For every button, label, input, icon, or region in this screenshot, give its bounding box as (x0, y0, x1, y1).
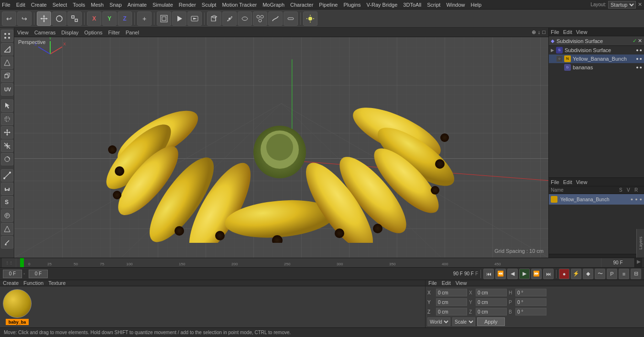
polygons-mode-btn[interactable] (1, 56, 13, 69)
scale-tool-button[interactable] (67, 11, 82, 26)
attr-x-pos-input[interactable] (436, 289, 467, 296)
attr-p-input[interactable] (515, 298, 546, 306)
attr-y-pos-input[interactable] (436, 298, 467, 306)
obj-menu-file[interactable]: File (551, 29, 559, 35)
deformer-button[interactable] (284, 11, 298, 26)
tree-render-icon[interactable]: ● (640, 48, 642, 53)
mat-create-menu[interactable]: Create (3, 280, 19, 286)
menu-mesh[interactable]: Mesh (91, 2, 104, 8)
attr-z2-pos-input[interactable] (476, 308, 507, 315)
timeline-toggle-button[interactable]: ≡ (619, 269, 629, 279)
y-axis-button[interactable]: Y (102, 11, 117, 26)
tree-visibility-icon[interactable]: ● (636, 48, 638, 53)
keyframe-button[interactable]: ◆ (583, 269, 593, 279)
scale-btn[interactable] (1, 140, 13, 152)
menu-motion-tracker[interactable]: Motion Tracker (222, 2, 257, 8)
banana-bunch-rend[interactable]: ● (640, 56, 642, 61)
timeline-scrollright[interactable] (634, 258, 642, 267)
magnet-btn[interactable] (1, 183, 13, 195)
selection-tool-btn[interactable] (1, 99, 13, 112)
attr-file-menu[interactable]: File (428, 280, 437, 286)
world-mode-select[interactable]: World (427, 317, 450, 326)
menu-snap[interactable]: Snap (109, 2, 122, 8)
playback-layout-button[interactable]: ⊟ (631, 269, 641, 279)
menu-vray-bridge[interactable]: V-Ray Bridge (367, 2, 398, 8)
mat-edit-menu[interactable]: Edit (563, 179, 572, 185)
menu-script[interactable]: Script (427, 2, 440, 8)
obj-panel-scrollbar[interactable] (549, 254, 644, 258)
auto-record-button[interactable]: ⚡ (571, 269, 581, 279)
menu-animate[interactable]: Animate (128, 2, 147, 8)
x-axis-button[interactable]: X (87, 11, 101, 26)
move-btn[interactable] (1, 126, 13, 139)
obj-menu-view[interactable]: View (576, 29, 588, 35)
obj-menu-edit[interactable]: Edit (563, 29, 572, 35)
record-button[interactable]: ● (559, 269, 569, 279)
menu-tools[interactable]: Tools (73, 2, 85, 8)
live-selection-btn[interactable] (1, 113, 13, 125)
motion-blur-button[interactable]: 〜 (595, 269, 605, 279)
attr-b-input[interactable] (515, 308, 546, 315)
scale-mode-select[interactable]: Scale (452, 317, 475, 326)
viewport[interactable]: View Cameras Display Options Filter Pane… (14, 28, 548, 258)
goto-start-button[interactable]: ⏮ (483, 269, 494, 279)
start-frame-input[interactable] (29, 270, 48, 278)
tree-item-banana-bunch[interactable]: ○ N Yellow_Banana_Bunch ● ● (549, 54, 644, 63)
mat-file-menu[interactable]: File (551, 179, 559, 185)
menu-help[interactable]: Help (471, 2, 482, 8)
move-tool-button[interactable] (37, 11, 51, 26)
step-back-button[interactable]: ⏪ (495, 269, 506, 279)
timeline-start-marker[interactable] (20, 258, 24, 267)
viewport-icon-3[interactable]: □ (542, 29, 546, 35)
mat-s-icon[interactable]: ● (631, 197, 633, 202)
attr-y2-pos-input[interactable] (476, 298, 507, 306)
paint-btn[interactable]: P (1, 209, 13, 222)
menu-mograph[interactable]: MoGraph (262, 2, 284, 8)
edges-mode-btn[interactable] (1, 43, 13, 55)
attr-h-input[interactable] (515, 289, 546, 296)
play-back-button[interactable]: ◀ (507, 269, 518, 279)
add-object-button[interactable]: + (137, 11, 152, 26)
redo-button[interactable]: ↪ (17, 11, 32, 26)
rotate-tool-button[interactable] (52, 11, 66, 26)
cube-button[interactable] (207, 11, 221, 26)
poly-pen-btn[interactable] (1, 223, 13, 235)
sculpt-btn[interactable]: S (1, 196, 13, 208)
viewport-options-menu[interactable]: Options (84, 30, 102, 35)
viewport-view-menu[interactable]: View (17, 30, 29, 35)
mat-texture-menu[interactable]: Texture (48, 280, 65, 286)
mat-row-banana-bunch[interactable]: Yellow_Banana_Bunch ● ● ● (549, 194, 644, 205)
menu-pipeline[interactable]: Pipeline (319, 2, 338, 8)
render-button[interactable] (172, 11, 186, 26)
viewport-icon-2[interactable]: ↓ (538, 29, 541, 35)
menu-sculpt[interactable]: Sculpt (202, 2, 217, 8)
viewport-display-menu[interactable]: Display (61, 30, 78, 35)
layout-close-icon[interactable]: ✕ (638, 1, 642, 8)
rotate-btn[interactable] (1, 153, 13, 165)
mat-v-icon[interactable]: ● (635, 197, 637, 202)
menu-file[interactable]: File (2, 2, 11, 8)
menu-character[interactable]: Character (290, 2, 313, 8)
light-button[interactable] (303, 11, 317, 26)
render-to-picture-button[interactable] (187, 11, 202, 26)
attr-z-pos-input[interactable] (436, 308, 467, 315)
menu-simulate[interactable]: Simulate (153, 2, 173, 8)
tree-item-subdivision[interactable]: ▶ S Subdivision Surface ● ● (549, 46, 644, 54)
attr-view-menu[interactable]: View (456, 280, 467, 286)
apply-button[interactable]: Apply (477, 317, 505, 326)
attr-x2-pos-input[interactable] (476, 289, 507, 296)
layout-dropdown[interactable]: Startup (608, 1, 636, 9)
step-forward-button[interactable]: ⏩ (531, 269, 542, 279)
object-mode-btn[interactable] (1, 70, 13, 82)
render-region-button[interactable] (157, 11, 171, 26)
mat-function-menu[interactable]: Function (23, 280, 44, 286)
tree-item-bananas[interactable]: b bananas ● ● (549, 63, 644, 72)
material-preview-ball[interactable] (3, 289, 32, 318)
attr-edit-menu[interactable]: Edit (442, 280, 451, 286)
viewport-filter-menu[interactable]: Filter (108, 30, 120, 35)
undo-button[interactable]: ↩ (2, 11, 16, 26)
goto-end-button[interactable]: ⏭ (543, 269, 554, 279)
layers-side-tab[interactable]: Layers (636, 229, 644, 258)
viewport-canvas[interactable]: X Y Z Grid Spacing : 10 cm Perspective (14, 37, 548, 258)
obj-check-icon[interactable]: ✓ (633, 38, 637, 44)
